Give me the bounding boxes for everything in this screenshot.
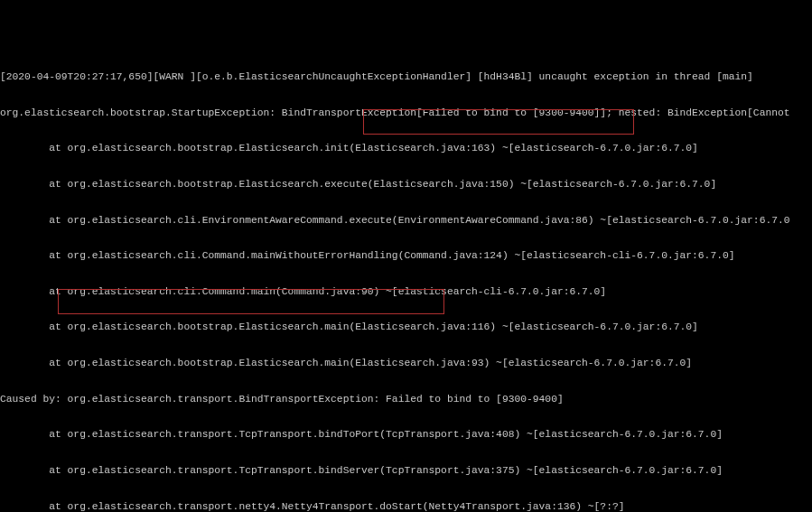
log-line: org.elasticsearch.bootstrap.StartupExcep…: [0, 107, 812, 119]
log-line: at org.elasticsearch.cli.EnvironmentAwar…: [0, 215, 812, 227]
log-line: at org.elasticsearch.cli.Command.mainWit…: [0, 250, 812, 262]
log-line: at org.elasticsearch.bootstrap.Elasticse…: [0, 358, 812, 369]
log-line: at org.elasticsearch.bootstrap.Elasticse…: [0, 143, 812, 154]
log-line: at org.elasticsearch.bootstrap.Elasticse…: [0, 321, 812, 333]
log-line: at org.elasticsearch.transport.TcpTransp…: [0, 429, 812, 441]
terminal-output[interactable]: [2020-04-09T20:27:17,650][WARN ][o.e.b.E…: [0, 48, 812, 512]
log-line: at org.elasticsearch.transport.netty4.Ne…: [0, 501, 812, 512]
log-line: [2020-04-09T20:27:17,650][WARN ][o.e.b.E…: [0, 71, 812, 83]
log-line: at org.elasticsearch.cli.Command.main(Co…: [0, 286, 812, 298]
log-line: at org.elasticsearch.transport.TcpTransp…: [0, 465, 812, 477]
log-line: at org.elasticsearch.bootstrap.Elasticse…: [0, 179, 812, 191]
log-line: Caused by: org.elasticsearch.transport.B…: [0, 394, 812, 405]
